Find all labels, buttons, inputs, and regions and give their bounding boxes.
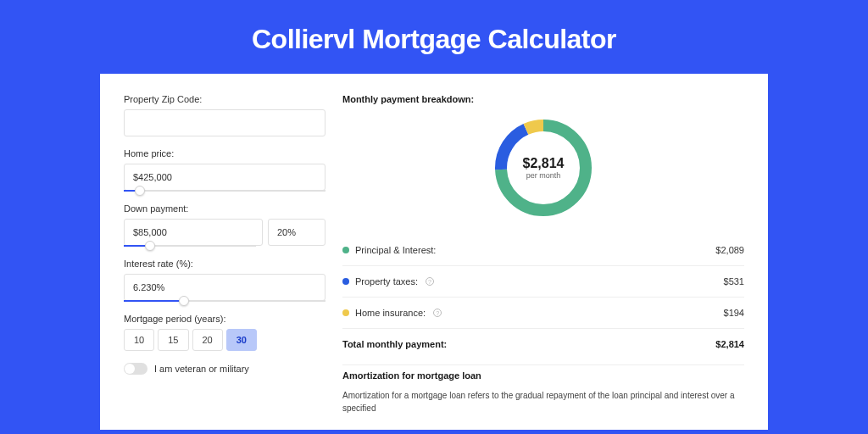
total-value: $2,814 — [715, 339, 744, 349]
down-payment-slider[interactable] — [124, 245, 256, 247]
legend-label: Principal & Interest: — [355, 245, 436, 255]
donut-sub: per month — [526, 171, 561, 180]
legend-label: Property taxes: — [355, 276, 418, 287]
home-price-field: Home price: — [124, 148, 326, 192]
veteran-toggle[interactable] — [124, 363, 147, 375]
down-payment-field: Down payment: — [124, 203, 326, 247]
home-price-slider[interactable] — [124, 190, 326, 192]
veteran-toggle-row: I am veteran or military — [124, 363, 326, 375]
veteran-label: I am veteran or military — [154, 364, 249, 374]
breakdown-column: Monthly payment breakdown: $2,814 per mo… — [342, 94, 744, 430]
calculator-card: Property Zip Code: Home price: Down paym… — [100, 74, 768, 430]
divider — [342, 364, 744, 365]
zip-field: Property Zip Code: — [124, 94, 326, 136]
home-price-input[interactable] — [124, 164, 326, 191]
home-price-label: Home price: — [124, 148, 326, 159]
period-button-15[interactable]: 15 — [158, 329, 188, 351]
down-payment-input[interactable] — [124, 219, 263, 246]
interest-rate-label: Interest rate (%): — [124, 259, 326, 269]
info-icon[interactable]: ? — [426, 277, 434, 286]
toggle-knob — [125, 364, 135, 374]
interest-rate-field: Interest rate (%): — [124, 259, 326, 302]
breakdown-title: Monthly payment breakdown: — [342, 94, 744, 104]
legend-dot-icon — [342, 247, 349, 253]
amortization-title: Amortization for mortgage loan — [342, 370, 744, 381]
period-button-20[interactable]: 20 — [192, 329, 223, 351]
donut-amount: $2,814 — [523, 156, 565, 171]
legend-value: $531 — [724, 276, 744, 287]
period-label: Mortgage period (years): — [124, 314, 326, 324]
zip-label: Property Zip Code: — [124, 94, 326, 104]
legend-value: $2,089 — [715, 245, 744, 255]
donut-center: $2,814 per month — [492, 116, 595, 220]
donut-chart: $2,814 per month — [342, 116, 744, 220]
inputs-column: Property Zip Code: Home price: Down paym… — [124, 94, 326, 430]
total-label: Total monthly payment: — [342, 339, 447, 349]
period-button-30[interactable]: 30 — [226, 329, 257, 351]
down-payment-pct-input[interactable] — [268, 219, 326, 246]
legend-dot-icon — [342, 278, 349, 285]
legend-label: Home insurance: — [355, 308, 426, 318]
zip-input[interactable] — [124, 109, 326, 136]
legend-row: Home insurance:?$194 — [342, 301, 744, 325]
period-button-10[interactable]: 10 — [124, 329, 154, 351]
legend-row: Principal & Interest:$2,089 — [342, 238, 744, 262]
slider-thumb[interactable] — [145, 241, 155, 251]
legend-dot-icon — [342, 309, 349, 316]
period-field: Mortgage period (years): 10152030 — [124, 314, 326, 351]
interest-rate-input[interactable] — [124, 274, 326, 301]
total-row: Total monthly payment: $2,814 — [342, 332, 744, 361]
page-title: Colliervl Mortgage Calculator — [0, 0, 868, 74]
amortization-text: Amortization for a mortgage loan refers … — [342, 389, 744, 415]
legend-row: Property taxes:?$531 — [342, 270, 744, 293]
interest-rate-slider[interactable] — [124, 300, 326, 302]
down-payment-label: Down payment: — [124, 203, 326, 214]
divider — [342, 328, 744, 329]
divider — [342, 265, 744, 266]
slider-thumb[interactable] — [179, 296, 189, 306]
divider — [342, 297, 744, 298]
info-icon[interactable]: ? — [433, 309, 442, 317]
legend-value: $194 — [724, 308, 744, 318]
slider-thumb[interactable] — [135, 186, 145, 196]
